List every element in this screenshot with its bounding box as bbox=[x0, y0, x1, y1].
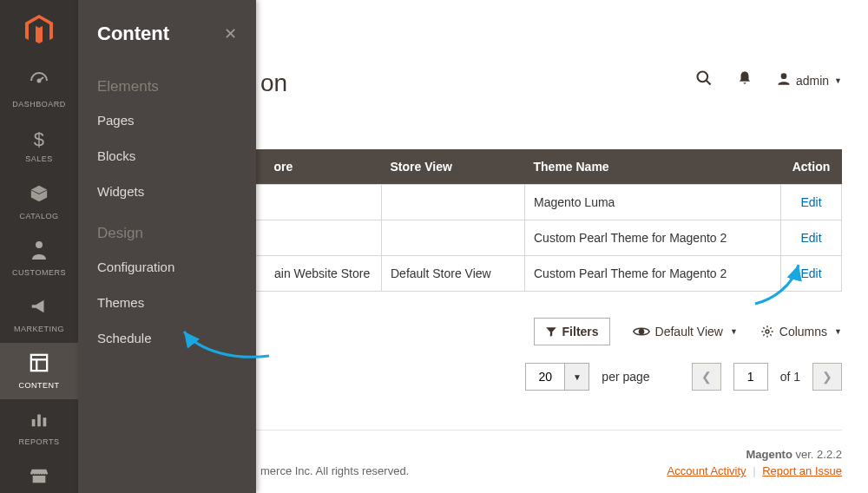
eye-icon bbox=[633, 325, 650, 338]
svg-point-9 bbox=[697, 72, 707, 82]
svg-point-11 bbox=[781, 73, 787, 79]
person-icon bbox=[31, 240, 47, 265]
flyout-title: Content bbox=[97, 23, 169, 45]
flyout-section-elements: Elements bbox=[78, 62, 256, 102]
per-page-value[interactable] bbox=[525, 363, 565, 391]
current-page-input[interactable] bbox=[733, 363, 768, 391]
box-icon bbox=[30, 184, 49, 208]
svg-point-2 bbox=[36, 241, 43, 248]
next-page-button[interactable]: ❯ bbox=[812, 363, 842, 391]
layout-icon bbox=[30, 353, 49, 378]
report-issue-link[interactable]: Report an Issue bbox=[762, 464, 842, 477]
gear-icon bbox=[760, 325, 774, 339]
funnel-icon bbox=[545, 325, 557, 338]
flyout-link-pages[interactable]: Pages bbox=[78, 102, 256, 138]
columns-dropdown[interactable]: Columns ▼ bbox=[760, 325, 842, 339]
account-activity-link[interactable]: Account Activity bbox=[667, 464, 746, 477]
chevron-down-icon: ▼ bbox=[834, 327, 842, 336]
sidebar-item-reports[interactable]: REPORTS bbox=[0, 399, 78, 456]
sidebar-item-content[interactable]: CONTENT bbox=[0, 343, 78, 399]
svg-point-1 bbox=[38, 79, 41, 82]
sidebar-item-customers[interactable]: CUSTOMERS bbox=[0, 230, 78, 286]
per-page-label: per page bbox=[602, 370, 649, 384]
svg-rect-3 bbox=[31, 354, 47, 370]
svg-rect-6 bbox=[32, 419, 36, 426]
flyout-section-design: Design bbox=[78, 209, 256, 249]
svg-rect-7 bbox=[37, 414, 41, 426]
sidebar-item-dashboard[interactable]: DASHBOARD bbox=[0, 61, 78, 117]
left-sidebar: DASHBOARD $ SALES CATALOG CUSTOMERS MARK… bbox=[0, 0, 78, 493]
bars-icon bbox=[30, 410, 49, 434]
per-page-select[interactable]: ▼ bbox=[525, 363, 589, 391]
megaphone-icon bbox=[30, 297, 49, 321]
svg-point-13 bbox=[766, 330, 769, 333]
edit-link[interactable]: Edit bbox=[800, 266, 821, 280]
th-store-view[interactable]: Store View bbox=[382, 149, 525, 185]
store-icon bbox=[30, 466, 49, 490]
flyout-link-blocks[interactable]: Blocks bbox=[78, 138, 256, 174]
of-label: of 1 bbox=[780, 370, 800, 384]
user-name: admin bbox=[796, 74, 829, 88]
default-view-dropdown[interactable]: Default View ▼ bbox=[633, 325, 738, 339]
user-menu[interactable]: admin ▼ bbox=[777, 72, 842, 89]
flyout-link-widgets[interactable]: Widgets bbox=[78, 174, 256, 209]
sidebar-item-stores[interactable]: STORES bbox=[0, 456, 78, 493]
chevron-down-icon: ▼ bbox=[730, 327, 738, 336]
svg-rect-8 bbox=[43, 417, 47, 426]
th-theme-name[interactable]: Theme Name bbox=[525, 149, 781, 185]
flyout-link-schedule[interactable]: Schedule bbox=[78, 320, 256, 356]
content-flyout: Content ✕ Elements Pages Blocks Widgets … bbox=[78, 0, 256, 493]
edit-link[interactable]: Edit bbox=[800, 195, 821, 209]
chevron-down-icon[interactable]: ▼ bbox=[565, 363, 589, 391]
prev-page-button[interactable]: ❮ bbox=[692, 363, 721, 391]
filters-button[interactable]: Filters bbox=[534, 318, 610, 345]
bell-icon[interactable] bbox=[737, 69, 753, 91]
user-icon bbox=[777, 72, 791, 89]
search-icon[interactable] bbox=[695, 69, 713, 91]
dollar-icon: $ bbox=[34, 128, 45, 151]
magento-logo[interactable] bbox=[0, 0, 78, 61]
svg-line-10 bbox=[706, 81, 710, 85]
sidebar-item-sales[interactable]: $ SALES bbox=[0, 117, 78, 174]
sidebar-item-marketing[interactable]: MARKETING bbox=[0, 286, 78, 343]
flyout-link-configuration[interactable]: Configuration bbox=[78, 249, 256, 285]
close-icon[interactable]: ✕ bbox=[224, 24, 237, 43]
sidebar-item-catalog[interactable]: CATALOG bbox=[0, 174, 78, 230]
edit-link[interactable]: Edit bbox=[800, 231, 821, 245]
th-action: Action bbox=[781, 149, 842, 185]
chevron-down-icon: ▼ bbox=[834, 76, 842, 85]
flyout-link-themes[interactable]: Themes bbox=[78, 285, 256, 320]
dashboard-icon bbox=[29, 70, 49, 96]
svg-point-12 bbox=[639, 330, 643, 334]
